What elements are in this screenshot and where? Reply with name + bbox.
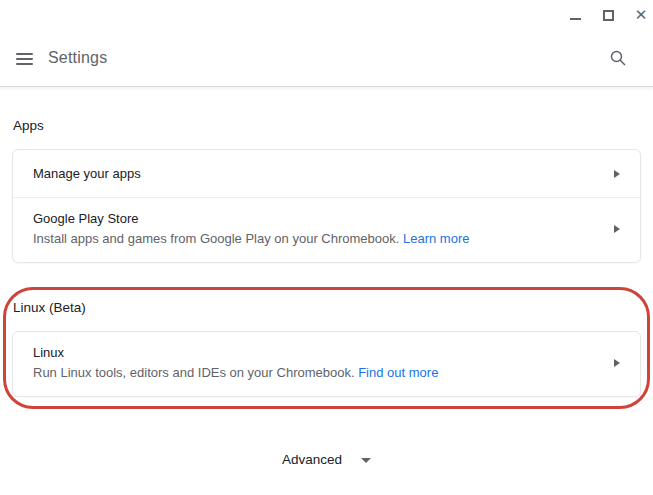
advanced-label: Advanced: [282, 452, 342, 467]
apps-card: Manage your apps Google Play Store Insta…: [12, 149, 641, 263]
section-heading-linux-beta: Linux (Beta): [12, 300, 641, 315]
settings-content: Apps Manage your apps Google Play Store …: [0, 88, 653, 467]
minimize-icon: [570, 18, 581, 20]
row-title: Linux: [33, 343, 602, 363]
row-manage-your-apps[interactable]: Manage your apps: [13, 150, 640, 197]
row-title: Google Play Store: [33, 209, 602, 229]
arrow-right-icon: [614, 359, 620, 367]
row-subtitle: Run Linux tools, editors and IDEs on you…: [33, 363, 602, 383]
hamburger-menu-icon[interactable]: [16, 53, 33, 65]
row-linux[interactable]: Linux Run Linux tools, editors and IDEs …: [13, 332, 640, 396]
page-title: Settings: [48, 49, 107, 67]
row-text: Manage your apps: [33, 164, 602, 184]
subtitle-text: Run Linux tools, editors and IDEs on you…: [33, 365, 358, 380]
subtitle-text: Install apps and games from Google Play …: [33, 231, 403, 246]
advanced-button[interactable]: Advanced: [282, 452, 371, 467]
maximize-button[interactable]: [602, 8, 614, 22]
row-subtitle: Install apps and games from Google Play …: [33, 229, 602, 249]
learn-more-link[interactable]: Learn more: [403, 231, 469, 246]
row-google-play-store[interactable]: Google Play Store Install apps and games…: [13, 197, 640, 262]
arrow-right-icon: [614, 225, 620, 233]
row-text: Linux Run Linux tools, editors and IDEs …: [33, 343, 602, 383]
advanced-wrap: Advanced: [12, 452, 641, 467]
arrow-right-icon: [614, 170, 620, 178]
linux-card: Linux Run Linux tools, editors and IDEs …: [12, 331, 641, 397]
minimize-button[interactable]: [569, 8, 581, 22]
row-title: Manage your apps: [33, 164, 602, 184]
caret-down-icon: [361, 458, 371, 463]
section-heading-apps: Apps: [12, 118, 641, 133]
search-icon[interactable]: [609, 49, 627, 67]
close-button[interactable]: ✕: [635, 8, 647, 22]
titlebar: ✕: [0, 0, 653, 30]
close-icon: ✕: [635, 8, 648, 22]
settings-header: Settings: [0, 30, 653, 87]
row-text: Google Play Store Install apps and games…: [33, 209, 602, 249]
find-out-more-link[interactable]: Find out more: [358, 365, 438, 380]
settings-window: ✕ Settings Apps Manage your apps: [0, 0, 653, 495]
maximize-icon: [603, 10, 614, 21]
window-controls: ✕: [569, 0, 653, 22]
